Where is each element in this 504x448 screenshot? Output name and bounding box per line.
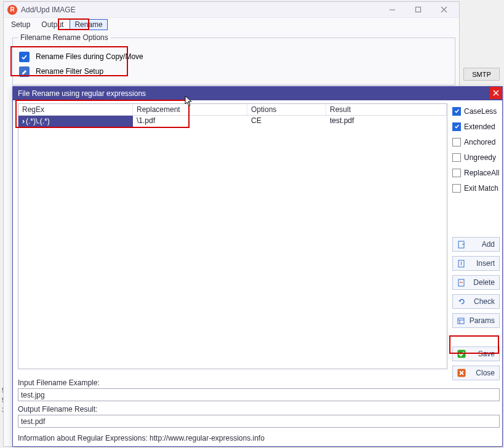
svg-rect-11 [458, 318, 464, 324]
checkbox-unchecked-icon [452, 138, 461, 146]
footer-info: Information about Regular Expressions: h… [18, 434, 500, 442]
output-filename-label: Output Filename Result: [18, 405, 500, 414]
app-icon: R [7, 5, 17, 15]
svg-rect-14 [458, 350, 466, 358]
regex-grid[interactable]: RegEx Replacement Options Result ›(.*)\.… [18, 103, 447, 369]
titlebar: R Add/Upd IMAGE [4, 2, 459, 18]
groupbox-title: Filename Rename Options [18, 33, 111, 42]
grid-row[interactable]: ›(.*)\.(.*) \1.pdf CE test.pdf [18, 116, 447, 127]
save-check-icon [457, 350, 466, 358]
close-button[interactable] [431, 3, 457, 17]
cell-result: test.pdf [326, 116, 447, 127]
tab-setup[interactable]: Setup [6, 19, 35, 30]
cell-replacement[interactable]: \1.pdf [133, 116, 247, 127]
grid-header: RegEx Replacement Options Result [18, 104, 447, 116]
insert-icon [457, 259, 466, 268]
header-options[interactable]: Options [247, 104, 326, 115]
minimize-button[interactable] [379, 3, 405, 17]
tabs-row: Setup Output Rename [4, 18, 459, 31]
output-filename-field[interactable] [18, 415, 500, 428]
tab-output[interactable]: Output [36, 19, 68, 30]
input-filename-field[interactable] [18, 388, 500, 401]
params-icon [457, 316, 466, 325]
dialog-buttons-panel: Add Insert Delete Check Params Save Clos… [452, 237, 500, 380]
check-button[interactable]: Check [452, 294, 500, 309]
refresh-icon [457, 297, 466, 306]
regex-dialog: File Rename using regular expressions Re… [12, 86, 503, 447]
maximize-button[interactable] [405, 3, 431, 17]
option-caseless[interactable]: CaseLess [452, 103, 500, 119]
window-title: Add/Upd IMAGE [21, 6, 379, 14]
option-anchored[interactable]: Anchored [452, 134, 500, 150]
dialog-title: File Rename using regular expressions [18, 89, 146, 98]
checkbox-unchecked-icon [452, 184, 461, 193]
header-regex[interactable]: RegEx [18, 104, 133, 115]
rename-filter-label: Rename Filter Setup [36, 67, 103, 76]
option-extended[interactable]: Extended [452, 119, 500, 134]
settings-icon [19, 66, 30, 77]
add-icon [457, 240, 466, 249]
smtp-button[interactable]: SMTP [463, 68, 500, 81]
save-button[interactable]: Save [452, 346, 500, 361]
checkbox-unchecked-icon [452, 169, 461, 177]
checkbox-checked-icon [452, 122, 461, 131]
row-marker-icon: › [22, 117, 25, 126]
rename-files-label: Rename Files during Copy/Move [36, 52, 143, 61]
option-exitmatch[interactable]: Exit Match [452, 180, 500, 196]
option-replaceall[interactable]: ReplaceAll [452, 165, 500, 180]
cell-regex[interactable]: ›(.*)\.(.*) [18, 116, 133, 127]
regex-options-panel: CaseLess Extended Anchored Ungreedy Repl… [452, 103, 500, 196]
filename-rename-options-group: Filename Rename Options Rename Files dur… [12, 38, 455, 86]
delete-button[interactable]: Delete [452, 275, 500, 290]
checkbox-checked-icon [19, 52, 30, 62]
cell-options[interactable]: CE [247, 116, 326, 127]
rename-filter-setup-button[interactable]: Rename Filter Setup [18, 64, 450, 79]
header-result[interactable]: Result [326, 104, 447, 115]
params-button[interactable]: Params [452, 313, 500, 328]
insert-button[interactable]: Insert [452, 256, 500, 271]
header-replacement[interactable]: Replacement [133, 104, 247, 115]
close-x-icon [457, 369, 466, 377]
add-button[interactable]: Add [452, 237, 500, 252]
checkbox-checked-icon [452, 107, 461, 116]
dialog-titlebar: File Rename using regular expressions [13, 87, 502, 100]
input-filename-label: Input Filename Example: [18, 378, 500, 387]
tab-rename[interactable]: Rename [70, 19, 107, 30]
option-ungreedy[interactable]: Ungreedy [452, 150, 500, 165]
rename-files-checkbox-row[interactable]: Rename Files during Copy/Move [18, 49, 450, 64]
checkbox-unchecked-icon [452, 153, 461, 162]
svg-rect-1 [415, 7, 420, 12]
delete-icon [457, 278, 466, 287]
filename-preview-fields: Input Filename Example: Output Filename … [18, 378, 500, 442]
dialog-close-button[interactable] [490, 87, 502, 99]
